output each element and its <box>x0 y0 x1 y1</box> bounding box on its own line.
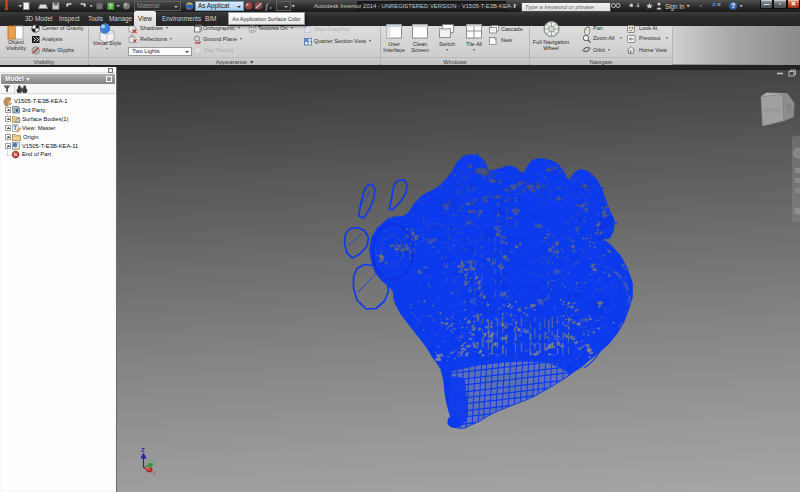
svg-text:X: X <box>153 470 157 476</box>
svg-text:Z: Z <box>141 447 145 453</box>
svg-text:FRONT: FRONT <box>766 107 781 113</box>
